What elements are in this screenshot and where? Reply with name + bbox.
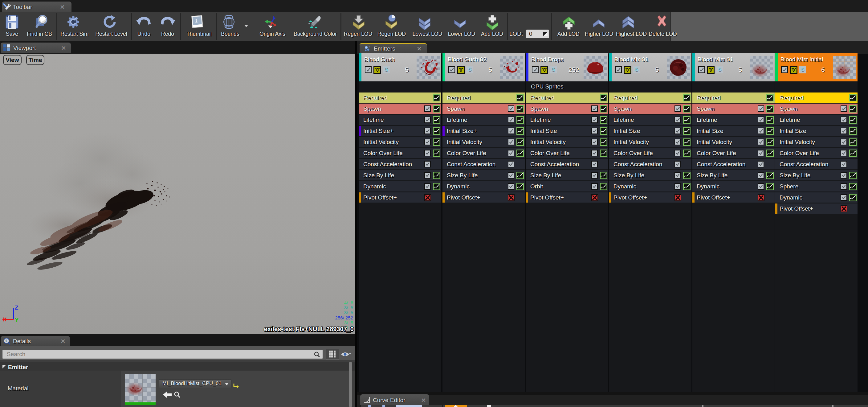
svg-text:Z: Z [15,304,19,311]
svg-text:i: i [5,339,7,343]
svg-text:Y: Y [15,317,19,323]
